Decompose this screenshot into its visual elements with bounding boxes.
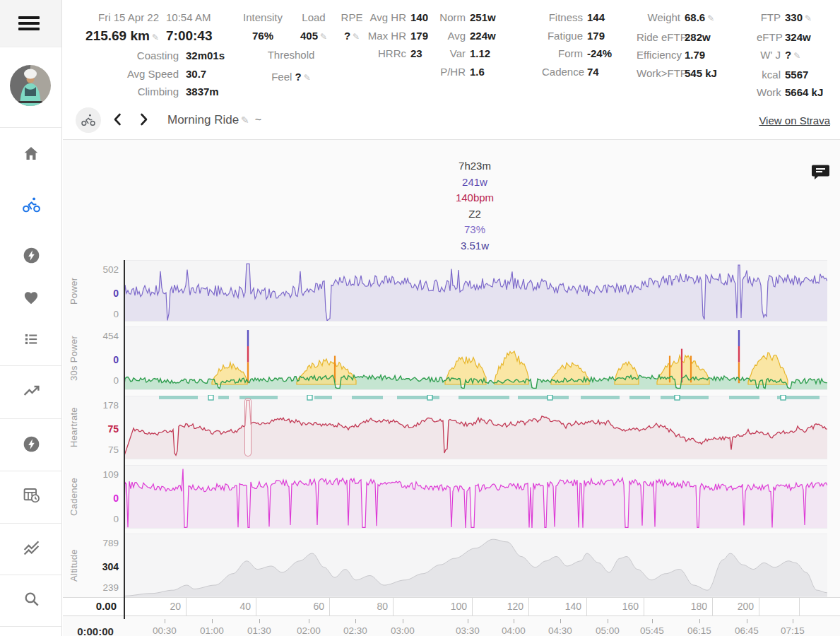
stats-column: Fitness144Fatigue179Form-24%Cadence74 bbox=[542, 8, 612, 81]
sidebar-item-search[interactable] bbox=[21, 589, 41, 609]
time-tick-label: 01:30 bbox=[231, 625, 288, 636]
stat-label: Var bbox=[433, 45, 466, 63]
time-tick-label: 03:00 bbox=[374, 625, 431, 636]
axis-ymin: 0 bbox=[84, 308, 119, 321]
stat-label: Avg bbox=[433, 27, 466, 45]
distance-tick-label: 140 bbox=[543, 601, 581, 612]
edit-icon[interactable]: ✎ bbox=[707, 13, 714, 23]
edit-load-icon[interactable]: ✎ bbox=[320, 32, 327, 42]
list-icon bbox=[22, 340, 40, 351]
panel-plot-cadence[interactable] bbox=[124, 465, 827, 529]
stats-column: FTP330✎eFTP324wW' J?✎kcal5567Work5664 kJ bbox=[757, 8, 823, 102]
distance-tick-label: 160 bbox=[600, 601, 639, 612]
avatar[interactable] bbox=[10, 65, 51, 106]
sidebar-item-compare[interactable] bbox=[21, 538, 41, 558]
stat-value: 1.6 bbox=[470, 63, 496, 81]
sidebar-item-fitness-trend[interactable] bbox=[21, 382, 41, 401]
activity-chart: 7h23m 241w 140bpm Z2 73% 3.51w Power5020… bbox=[63, 140, 840, 636]
home-icon bbox=[22, 154, 40, 165]
stat-label: P/HR bbox=[433, 63, 466, 81]
stat-value: 144 bbox=[587, 8, 612, 27]
stat-value: 179 bbox=[410, 27, 428, 45]
sidebar-item-plan[interactable] bbox=[21, 485, 41, 505]
panel-plot-altitude[interactable] bbox=[124, 534, 827, 597]
axis-ymin: 0 bbox=[84, 375, 119, 387]
summary-watts-per-kg: 3.51w bbox=[404, 238, 545, 254]
axis-ymax: 454 bbox=[84, 330, 119, 343]
activity-title: Morning Ride bbox=[167, 113, 239, 127]
panel-plot-power[interactable] bbox=[124, 260, 827, 322]
axis-ymax: 178 bbox=[84, 399, 119, 412]
distance-tick-label: 100 bbox=[428, 601, 467, 612]
sidebar-item-power-curve[interactable] bbox=[21, 435, 41, 454]
next-activity-button[interactable] bbox=[135, 111, 152, 129]
stat-row: Form-24% bbox=[542, 45, 612, 63]
panel-plot-hr[interactable] bbox=[124, 396, 827, 459]
sidebar-item-power[interactable] bbox=[21, 246, 41, 266]
rpe-label: RPE bbox=[338, 8, 366, 27]
cursor-distance: 0.00 bbox=[77, 600, 117, 612]
stat-label: FTP bbox=[757, 8, 781, 28]
time-tick bbox=[259, 619, 260, 623]
time-tick bbox=[514, 619, 514, 623]
stat-value: 68.6✎ bbox=[685, 8, 717, 28]
comment-icon[interactable] bbox=[811, 164, 830, 184]
activity-start-time: 10:54 AM bbox=[166, 8, 225, 27]
distance-tick-label: 80 bbox=[349, 601, 388, 612]
edit-feel-icon[interactable]: ✎ bbox=[304, 73, 311, 83]
selected-interval-marker[interactable] bbox=[244, 398, 252, 457]
stat-row: Cadence74 bbox=[542, 63, 612, 81]
stat-value: 1.12 bbox=[470, 45, 496, 63]
effort-column: Intensity Load RPE 76% 405✎ ?✎ Threshold… bbox=[235, 8, 369, 87]
distance-separator bbox=[586, 598, 587, 616]
stat-label: W' J bbox=[757, 46, 781, 66]
distance-tick-label: 180 bbox=[668, 601, 707, 612]
distance-separator bbox=[393, 598, 394, 616]
sidebar-top bbox=[0, 0, 61, 47]
distance-separator bbox=[329, 598, 330, 616]
distance-separator bbox=[644, 598, 644, 616]
edit-distance-icon[interactable]: ✎ bbox=[152, 33, 159, 42]
stat-label: Work>FTP bbox=[637, 64, 680, 83]
interval-marker-strip bbox=[124, 391, 827, 404]
sidebar-item-home[interactable] bbox=[21, 144, 41, 164]
stat-row: Max HR179 bbox=[367, 27, 428, 45]
axis-ycursor: 0 bbox=[84, 353, 119, 366]
edit-icon[interactable]: ✎ bbox=[793, 51, 800, 61]
stats-column: Avg HR140Max HR179HRRc23 bbox=[367, 8, 428, 63]
chart-cursor-line[interactable] bbox=[124, 260, 125, 619]
stat-row: P/HR1.6 bbox=[433, 63, 496, 81]
stat-label: Max HR bbox=[367, 27, 406, 45]
summary-power: 241w bbox=[404, 175, 545, 191]
view-on-strava-link[interactable]: View on Strava bbox=[759, 114, 830, 126]
stat-row: Weight68.6✎ bbox=[637, 8, 717, 28]
stat-row: W' J?✎ bbox=[757, 46, 823, 66]
edit-rpe-icon[interactable]: ✎ bbox=[353, 32, 360, 42]
distance-tick-label: 20 bbox=[142, 601, 181, 612]
sidebar-item-health[interactable] bbox=[21, 288, 41, 308]
stat-value: 3837m bbox=[186, 83, 225, 101]
stat-value: ?✎ bbox=[785, 46, 823, 66]
hamburger-menu-icon[interactable] bbox=[18, 16, 42, 34]
time-tick bbox=[309, 619, 309, 623]
summary-zone: Z2 bbox=[404, 206, 545, 223]
stat-value: 545 kJ bbox=[685, 64, 717, 83]
edit-title-icon[interactable]: ✎ bbox=[241, 114, 249, 126]
stat-label: Norm bbox=[433, 8, 466, 27]
sidebar-item-activity[interactable] bbox=[21, 195, 41, 215]
prev-activity-button[interactable] bbox=[110, 111, 126, 129]
stat-value: 5664 kJ bbox=[785, 83, 823, 102]
stat-value: 140 bbox=[410, 8, 428, 27]
sidebar-item-activity-list[interactable] bbox=[21, 330, 41, 350]
stat-value: 251w bbox=[470, 8, 496, 27]
divider bbox=[0, 418, 62, 419]
rpe-value: ?✎ bbox=[338, 27, 366, 47]
activity-type-bike-icon bbox=[76, 107, 101, 133]
axis-ymax: 109 bbox=[84, 469, 119, 481]
stat-label: Weight bbox=[637, 8, 680, 28]
edit-icon[interactable]: ✎ bbox=[805, 13, 812, 23]
panel-label-power: Power bbox=[69, 260, 81, 322]
divider bbox=[0, 365, 62, 366]
panel-plot-power30[interactable] bbox=[124, 326, 827, 390]
divider bbox=[0, 523, 62, 524]
